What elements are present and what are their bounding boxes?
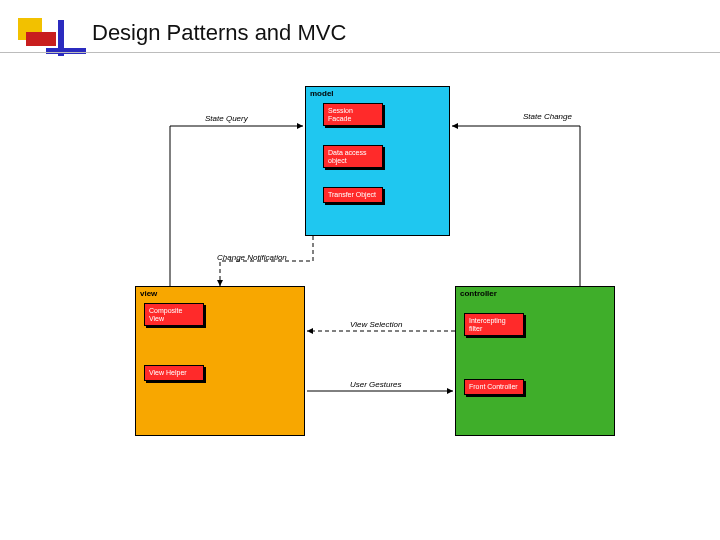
controller-box: controller Intercepting filter Front Con…	[455, 286, 615, 436]
pattern-front-controller: Front Controller	[464, 379, 524, 395]
title-underline	[0, 52, 720, 53]
model-box-title: model	[306, 87, 449, 100]
pattern-session-facade: Session Facade	[323, 103, 383, 126]
mvc-diagram: State Query State Change Change Notifica…	[135, 86, 615, 456]
view-box-title: view	[136, 287, 304, 300]
slide-title: Design Patterns and MVC	[92, 20, 346, 46]
edge-label-state-query: State Query	[205, 114, 248, 123]
slide-bullet-decor	[18, 18, 76, 60]
model-box: model Session Facade Data access object …	[305, 86, 450, 236]
edge-label-state-change: State Change	[523, 112, 572, 121]
edge-label-change-notification: Change Notification	[217, 253, 287, 262]
edge-label-view-selection: View Selection	[350, 320, 402, 329]
pattern-intercepting-filter: Intercepting filter	[464, 313, 524, 336]
pattern-view-helper: View Helper	[144, 365, 204, 381]
pattern-transfer-object: Transfer Object	[323, 187, 383, 203]
view-box: view Composite View View Helper	[135, 286, 305, 436]
edge-label-user-gestures: User Gestures	[350, 380, 402, 389]
pattern-data-access-object: Data access object	[323, 145, 383, 168]
controller-box-title: controller	[456, 287, 614, 300]
pattern-composite-view: Composite View	[144, 303, 204, 326]
